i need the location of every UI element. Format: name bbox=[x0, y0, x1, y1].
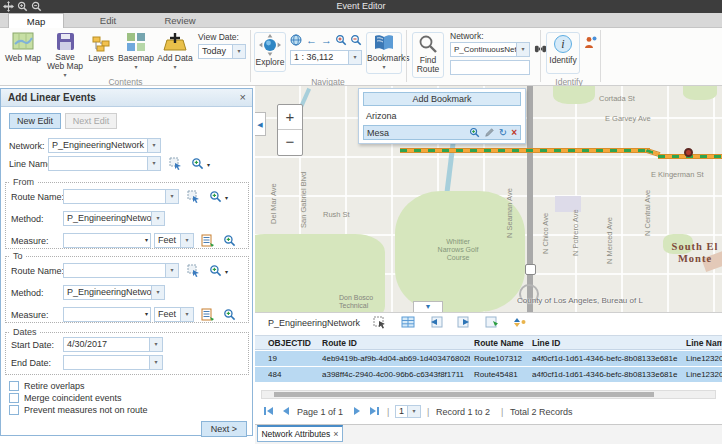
prevent-measures-checkbox[interactable] bbox=[9, 405, 19, 415]
tab-review[interactable]: Review bbox=[152, 13, 208, 28]
select-route-on-map-icon[interactable] bbox=[187, 264, 200, 277]
find-route-button[interactable]: Find Route bbox=[412, 32, 444, 78]
panel-network-combo[interactable]: P_EngineeringNetwork ▾ bbox=[48, 138, 161, 153]
zoom-in-tool-icon[interactable] bbox=[335, 34, 348, 47]
bookmarks-button[interactable]: Bookmarks ▾ bbox=[366, 32, 402, 74]
column-header-line-name[interactable]: Line Name bbox=[686, 336, 722, 350]
end-date-combo[interactable]: ▾ bbox=[63, 355, 163, 370]
map-scale-combo[interactable]: 1 : 36,112 ▾ bbox=[290, 50, 362, 65]
zoom-to-line-icon[interactable] bbox=[191, 157, 204, 170]
zoom-options-caret-icon[interactable]: ▾ bbox=[225, 194, 228, 201]
map-zoom-in-button[interactable]: + bbox=[278, 105, 302, 130]
scrollbar-thumb[interactable] bbox=[274, 392, 654, 397]
page-select-caret-icon[interactable]: ▾ bbox=[407, 406, 420, 417]
measure-caret-icon[interactable]: ▾ bbox=[145, 308, 150, 321]
from-measure-input[interactable]: ▾ bbox=[63, 233, 151, 248]
combo-caret-icon[interactable]: ▾ bbox=[180, 308, 193, 321]
next-extent-icon[interactable]: → bbox=[320, 34, 333, 47]
collapse-panel-left-icon[interactable]: ◀ bbox=[255, 112, 266, 136]
zoom-options-caret-icon[interactable]: ▾ bbox=[207, 161, 210, 168]
retire-overlaps-checkbox[interactable] bbox=[9, 381, 19, 391]
first-page-icon[interactable] bbox=[263, 406, 274, 416]
view-date-caret-icon[interactable]: ▾ bbox=[232, 45, 245, 58]
add-data-caret-icon[interactable]: ▾ bbox=[156, 63, 194, 70]
network-caret-icon[interactable]: ▾ bbox=[516, 43, 529, 56]
combo-caret-icon[interactable]: ▾ bbox=[147, 157, 160, 170]
view-date-combo[interactable]: Today ▾ bbox=[198, 44, 246, 59]
tab-network-attributes[interactable]: Network Attributes× bbox=[257, 425, 343, 442]
from-method-combo[interactable]: P_EngineeringNetwork ▾ bbox=[63, 211, 165, 226]
next-attribute-set-icon[interactable] bbox=[457, 316, 472, 330]
explore-button[interactable]: Explore bbox=[254, 32, 286, 72]
new-edit-button[interactable]: New Edit bbox=[9, 113, 61, 129]
merge-coincident-checkbox[interactable] bbox=[9, 393, 19, 403]
selection-options-icon[interactable] bbox=[373, 316, 388, 330]
combo-caret-icon[interactable]: ▾ bbox=[149, 338, 162, 351]
column-header-line-id[interactable]: Line ID bbox=[532, 336, 682, 350]
full-extent-globe-icon[interactable] bbox=[290, 34, 303, 47]
add-data-button[interactable]: Add Data ▾ bbox=[156, 32, 194, 70]
combo-caret-icon[interactable]: ▾ bbox=[165, 190, 178, 203]
route-search-input[interactable] bbox=[450, 60, 530, 75]
zoom-options-caret-icon[interactable]: ▾ bbox=[225, 268, 228, 275]
network-combo[interactable]: P_ContinuousNetwork ▾ bbox=[450, 42, 530, 57]
combo-caret-icon[interactable]: ▾ bbox=[151, 212, 164, 225]
zoom-to-route-icon[interactable] bbox=[209, 264, 222, 277]
horizontal-scrollbar[interactable] bbox=[261, 390, 716, 399]
column-header-route-id[interactable]: Route ID bbox=[322, 336, 470, 350]
identify-person-icon[interactable] bbox=[584, 36, 597, 49]
map-zoom-out-button[interactable]: − bbox=[278, 130, 302, 155]
next-edit-button[interactable]: Next Edit bbox=[65, 113, 117, 129]
next-button[interactable]: Next > bbox=[201, 421, 247, 437]
combo-caret-icon[interactable]: ▾ bbox=[151, 286, 164, 299]
zoom-to-route-icon[interactable] bbox=[209, 190, 222, 203]
next-page-icon[interactable] bbox=[353, 406, 362, 416]
last-page-icon[interactable] bbox=[369, 406, 380, 416]
select-route-on-map-icon[interactable] bbox=[187, 190, 200, 203]
column-header-objectid[interactable]: OBJECTID bbox=[268, 336, 320, 350]
previous-extent-icon[interactable]: ← bbox=[305, 34, 318, 47]
select-line-on-map-icon[interactable] bbox=[169, 157, 182, 170]
from-route-name-combo[interactable]: ▾ bbox=[63, 189, 179, 204]
zoom-out-tool-icon[interactable] bbox=[350, 34, 363, 47]
show-selected-records-icon[interactable] bbox=[401, 316, 416, 330]
layers-button[interactable]: Layers bbox=[86, 36, 116, 63]
route-point-marker[interactable] bbox=[684, 148, 693, 157]
collapse-table-down-icon[interactable]: ▼ bbox=[413, 301, 443, 312]
to-route-name-combo[interactable]: ▾ bbox=[63, 263, 179, 278]
save-web-map-button[interactable]: Save Web Map ▾ bbox=[46, 32, 84, 78]
bookmark-delete-icon[interactable]: × bbox=[511, 127, 517, 138]
tab-close-icon[interactable]: × bbox=[333, 429, 338, 439]
measure-list-icon[interactable] bbox=[201, 308, 214, 321]
combo-caret-icon[interactable]: ▾ bbox=[180, 234, 193, 247]
add-bookmark-button[interactable]: Add Bookmark bbox=[363, 92, 521, 106]
to-method-combo[interactable]: P_EngineeringNetwork ▾ bbox=[63, 285, 165, 300]
to-unit-combo[interactable]: Feet ▾ bbox=[154, 307, 194, 322]
bookmark-refresh-icon[interactable]: ↻ bbox=[499, 127, 507, 138]
previous-attribute-set-icon[interactable] bbox=[429, 316, 444, 330]
tab-map[interactable]: Map bbox=[8, 13, 64, 28]
start-date-combo[interactable]: 4/30/2017 ▾ bbox=[63, 337, 163, 352]
column-header-route-name[interactable]: Route Name bbox=[474, 336, 530, 350]
combo-caret-icon[interactable]: ▾ bbox=[165, 264, 178, 277]
combo-caret-icon[interactable]: ▾ bbox=[147, 139, 160, 152]
page-select-combo[interactable]: 1 ▾ bbox=[395, 405, 421, 418]
bookmark-edit-icon[interactable] bbox=[484, 127, 495, 138]
measure-list-icon[interactable] bbox=[201, 234, 214, 247]
identify-button[interactable]: i Identify bbox=[546, 32, 580, 74]
web-map-button[interactable]: Web Map bbox=[4, 32, 42, 63]
bookmark-item-mesa[interactable]: Mesa ↻ × bbox=[363, 125, 521, 140]
combo-caret-icon[interactable]: ▾ bbox=[149, 356, 162, 369]
tab-edit[interactable]: Edit bbox=[80, 13, 136, 28]
bookmark-item-arizona[interactable]: Arizona bbox=[363, 110, 521, 123]
basemap-caret-icon[interactable]: ▾ bbox=[118, 63, 154, 70]
zoom-to-measure-icon[interactable] bbox=[223, 308, 236, 321]
to-measure-input[interactable]: ▾ bbox=[63, 307, 151, 322]
measure-caret-icon[interactable]: ▾ bbox=[145, 234, 150, 247]
previous-page-icon[interactable] bbox=[281, 406, 290, 416]
table-row[interactable]: 19 4eb9419b-af9b-4d04-ab69-1d403476802b … bbox=[255, 351, 722, 367]
bookmark-zoom-to-icon[interactable] bbox=[469, 127, 480, 138]
basemap-button[interactable]: Basemap ▾ bbox=[118, 32, 154, 70]
sort-icon[interactable] bbox=[513, 316, 528, 330]
zoom-to-measure-icon[interactable] bbox=[223, 234, 236, 247]
